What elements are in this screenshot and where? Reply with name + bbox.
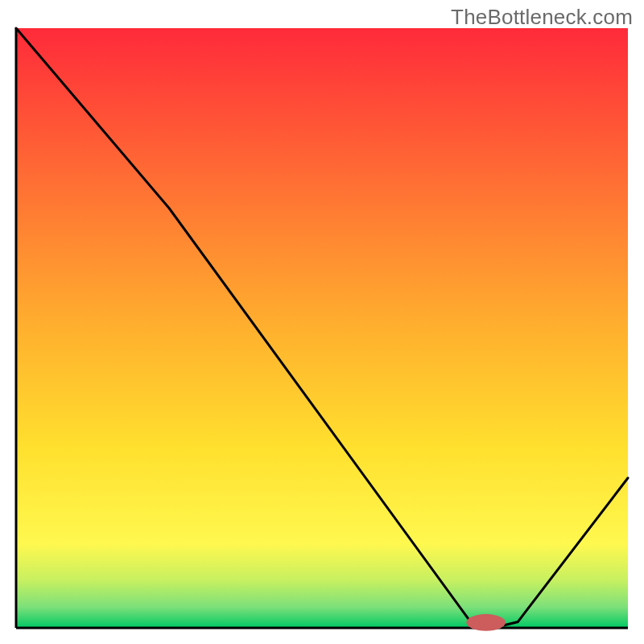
gradient-background <box>16 28 628 628</box>
plot-area <box>16 28 628 631</box>
marker-pill <box>466 614 506 631</box>
chart-frame: TheBottleneck.com <box>0 0 644 644</box>
bottleneck-chart <box>0 0 644 644</box>
